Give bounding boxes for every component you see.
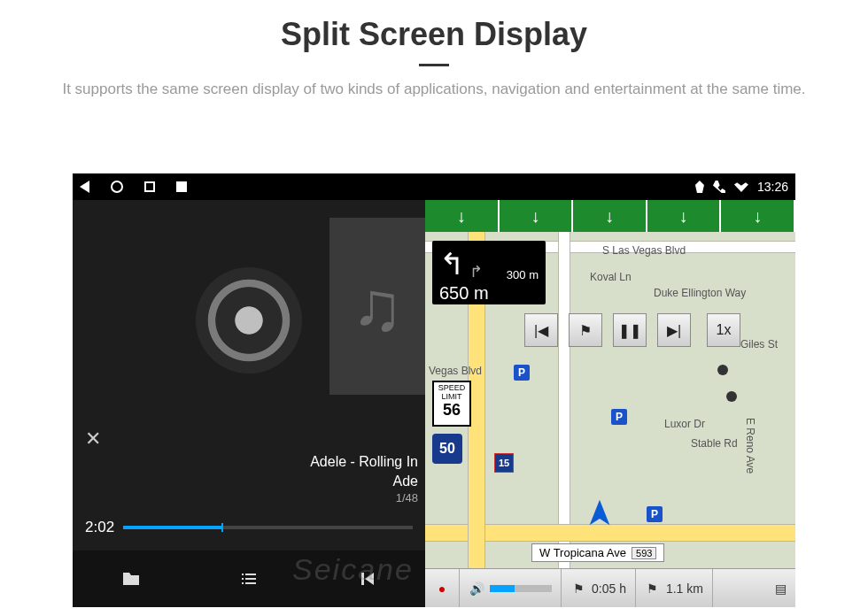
split-container: ♫ ✕ Adele - Rolling In Ade 1/48 2:02 (73, 200, 795, 607)
volume-bar[interactable] (490, 585, 552, 592)
folder-button[interactable] (119, 569, 143, 589)
previous-button[interactable] (354, 569, 379, 589)
remaining-distance: ⚑1.1 km (636, 569, 713, 607)
arrow-down-icon: ↓ (531, 206, 539, 227)
flag-icon: ⚑ (645, 581, 661, 597)
lane-guidance-bar: ↓ ↓ ↓ ↓ ↓ (425, 200, 795, 232)
arrow-down-icon: ↓ (679, 206, 688, 227)
eta-time: ⚑0:05 h (562, 569, 636, 607)
elapsed-time: 2:02 (85, 519, 114, 536)
disc-icon (196, 267, 302, 373)
turn-right-icon: ↱ (469, 262, 483, 281)
street-label: Vegas Blvd (429, 365, 482, 377)
track-artist: Ade (73, 472, 418, 491)
lane-1: ↓ (425, 200, 500, 232)
lane-4: ↓ (647, 200, 722, 232)
track-title: Adele - Rolling In (73, 452, 418, 472)
street-label: Luxor Dr (664, 418, 705, 430)
playlist-button[interactable] (236, 569, 261, 589)
location-icon (695, 181, 704, 193)
road (558, 232, 570, 568)
track-meta: Adele - Rolling In Ade 1/48 (73, 452, 425, 510)
street-label: S Las Vegas Blvd (602, 244, 686, 257)
lane-2: ↓ (500, 200, 574, 232)
nav-pause-button[interactable]: ❚❚ (613, 313, 647, 347)
page-description: It supports the same screen display of t… (0, 79, 868, 101)
next-turn-distance: 300 m (507, 268, 539, 281)
nav-menu-button[interactable]: ▤ (766, 569, 795, 607)
clock: 13:26 (757, 180, 788, 194)
nav-speed-button[interactable]: 1x (707, 313, 740, 347)
arrow-down-icon: ↓ (605, 206, 614, 227)
progress-row: 2:02 (73, 510, 425, 551)
music-controls (73, 551, 425, 607)
title-underline (419, 64, 449, 66)
interstate-shield-icon: 15 (494, 453, 514, 473)
poi-icon (726, 391, 737, 402)
street-label: Giles St (740, 338, 778, 350)
lane-3: ↓ (573, 200, 647, 232)
vehicle-cursor-icon (585, 497, 615, 527)
road-number-badge: 593 (632, 547, 656, 559)
notification-icon (176, 181, 187, 192)
current-road-name: W Tropicana Ave (539, 546, 626, 559)
record-icon: ● (434, 581, 450, 597)
arrow-down-icon: ↓ (753, 206, 762, 227)
device-frame: 13:26 ♫ ✕ Adele - Rolling In Ade 1/48 2:… (73, 173, 795, 607)
distance-value: 1.1 km (666, 581, 703, 596)
music-pane: ♫ ✕ Adele - Rolling In Ade 1/48 2:02 (73, 200, 425, 607)
music-note-icon: ♫ (352, 266, 404, 347)
route-shield: 50 (432, 434, 462, 464)
turn-instruction: ↰ ↱ 300 m 650 m (432, 241, 546, 304)
turn-distance: 650 m (439, 283, 539, 304)
parking-icon: P (647, 506, 663, 522)
menu-icon: ▤ (775, 581, 787, 596)
progress-bar[interactable] (123, 526, 413, 529)
album-art-placeholder: ♫ (329, 218, 425, 395)
track-index: 1/48 (73, 490, 418, 506)
navigation-pane: ↓ ↓ ↓ ↓ ↓ S Las Vegas Blvd Koval Ln Duke… (425, 200, 795, 607)
nav-prev-button[interactable]: |◀ (524, 313, 558, 347)
back-icon[interactable] (80, 181, 89, 193)
current-road: W Tropicana Ave 593 (531, 543, 664, 562)
recents-icon[interactable] (144, 181, 155, 192)
parking-icon: P (611, 409, 627, 425)
speed-value: 56 (434, 402, 469, 420)
shuffle-icon[interactable]: ✕ (85, 427, 101, 450)
page-title: Split Screen Display (0, 0, 868, 53)
lane-5: ↓ (721, 200, 795, 232)
eta-value: 0:05 h (592, 581, 626, 596)
flag-icon: ⚑ (570, 581, 586, 597)
street-label: E Reno Ave (744, 418, 756, 474)
street-label: Duke Ellington Way (654, 287, 746, 299)
nav-next-button[interactable]: ▶| (657, 313, 691, 347)
speaker-icon: 🔊 (469, 581, 484, 597)
progress-thumb[interactable] (221, 523, 223, 532)
street-label: Koval Ln (590, 271, 632, 283)
volume-control[interactable]: 🔊 (460, 569, 562, 607)
phone-icon (713, 181, 725, 193)
wifi-icon (734, 181, 748, 192)
nav-flag-button[interactable]: ⚑ (569, 313, 602, 347)
record-button[interactable]: ● (425, 569, 460, 607)
arrow-down-icon: ↓ (457, 206, 466, 227)
progress-fill (123, 526, 221, 529)
android-statusbar: 13:26 (73, 173, 795, 200)
speed-limit-sign: SPEED LIMIT 56 (432, 381, 471, 427)
poi-icon (717, 365, 728, 375)
nav-bottom-bar: ● 🔊 ⚑0:05 h ⚑1.1 km ▤ (425, 568, 795, 607)
turn-left-icon: ↰ (439, 246, 464, 281)
street-label: Stable Rd (691, 437, 738, 450)
home-icon[interactable] (111, 181, 123, 193)
parking-icon: P (514, 365, 530, 381)
